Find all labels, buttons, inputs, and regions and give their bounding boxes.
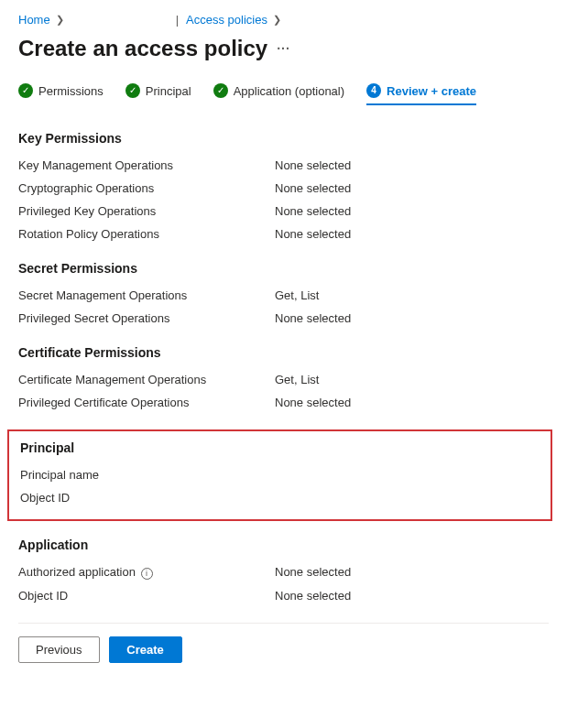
wizard-tabs: ✓ Permissions ✓ Principal ✓ Application … (18, 83, 549, 105)
section-header: Secret Permissions (18, 261, 549, 276)
section-header: Certificate Permissions (18, 345, 549, 360)
kv-value: Get, List (275, 373, 549, 386)
kv-value: None selected (275, 227, 549, 241)
tab-label: Permissions (38, 84, 104, 98)
kv-value: None selected (275, 589, 549, 603)
tab-label: Review + create (387, 84, 476, 98)
chevron-right-icon: ❯ (56, 14, 64, 26)
kv-value: None selected (275, 311, 549, 325)
tab-principal[interactable]: ✓ Principal (125, 83, 191, 105)
kv-row: Principal name (20, 468, 540, 482)
chevron-right-icon: ❯ (273, 14, 281, 26)
section-header: Application (18, 538, 549, 552)
kv-row: Privileged Key Operations None selected (18, 204, 549, 218)
kv-label-text: Authorized application (18, 565, 136, 579)
check-circle-icon: ✓ (18, 83, 33, 98)
section-application: Application Authorized application i Non… (18, 538, 549, 603)
kv-row: Object ID (20, 491, 540, 505)
page-title: Create an access policy (18, 36, 267, 61)
kv-label: Rotation Policy Operations (18, 227, 275, 241)
kv-value: None selected (275, 204, 549, 218)
kv-label: Privileged Secret Operations (18, 311, 275, 325)
tab-permissions[interactable]: ✓ Permissions (18, 83, 104, 105)
section-principal-highlighted: Principal Principal name Object ID (7, 429, 552, 521)
kv-label: Certificate Management Operations (18, 373, 275, 386)
kv-label: Principal name (20, 468, 277, 482)
previous-button[interactable]: Previous (18, 636, 100, 663)
check-circle-icon: ✓ (213, 83, 228, 98)
kv-row: Privileged Secret Operations None select… (18, 311, 549, 325)
kv-row: Authorized application i None selected (18, 565, 549, 580)
kv-value: Get, List (275, 288, 549, 302)
kv-value: None selected (275, 158, 549, 172)
kv-row: Key Management Operations None selected (18, 158, 549, 172)
kv-label: Privileged Certificate Operations (18, 396, 275, 409)
kv-label: Authorized application i (18, 565, 275, 580)
footer-bar: Previous Create (18, 623, 549, 676)
section-header: Key Permissions (18, 131, 549, 146)
kv-label: Privileged Key Operations (18, 204, 275, 218)
kv-label: Object ID (18, 589, 275, 603)
check-circle-icon: ✓ (125, 83, 140, 98)
kv-row: Secret Management Operations Get, List (18, 288, 549, 302)
section-key-permissions: Key Permissions Key Management Operation… (18, 131, 549, 241)
kv-value: None selected (275, 396, 549, 409)
create-button[interactable]: Create (109, 636, 182, 663)
kv-row: Cryptographic Operations None selected (18, 181, 549, 195)
breadcrumb: Home ❯ | Access policies ❯ (18, 13, 549, 27)
section-secret-permissions: Secret Permissions Secret Management Ope… (18, 261, 549, 325)
breadcrumb-access-policies[interactable]: Access policies (186, 13, 267, 27)
kv-value (277, 468, 540, 482)
tab-application[interactable]: ✓ Application (optional) (213, 83, 344, 105)
kv-row: Object ID None selected (18, 589, 549, 603)
kv-label: Key Management Operations (18, 158, 275, 172)
info-icon[interactable]: i (141, 568, 153, 580)
kv-value (277, 491, 540, 505)
tab-review-create[interactable]: 4 Review + create (366, 83, 476, 105)
kv-label: Object ID (20, 491, 277, 505)
kv-value: None selected (275, 181, 549, 195)
kv-row: Certificate Management Operations Get, L… (18, 373, 549, 386)
step-number-icon: 4 (366, 83, 381, 98)
section-certificate-permissions: Certificate Permissions Certificate Mana… (18, 345, 549, 409)
kv-value: None selected (275, 565, 549, 580)
more-actions-icon[interactable]: ··· (277, 41, 290, 56)
section-header: Principal (20, 440, 540, 455)
page-title-row: Create an access policy ··· (18, 36, 549, 61)
breadcrumb-home[interactable]: Home (18, 13, 50, 27)
kv-row: Rotation Policy Operations None selected (18, 227, 549, 241)
kv-label: Secret Management Operations (18, 288, 275, 302)
breadcrumb-separator: | (176, 13, 179, 27)
kv-label: Cryptographic Operations (18, 181, 275, 195)
kv-row: Privileged Certificate Operations None s… (18, 396, 549, 409)
tab-label: Principal (146, 84, 191, 98)
tab-label: Application (optional) (234, 84, 344, 98)
